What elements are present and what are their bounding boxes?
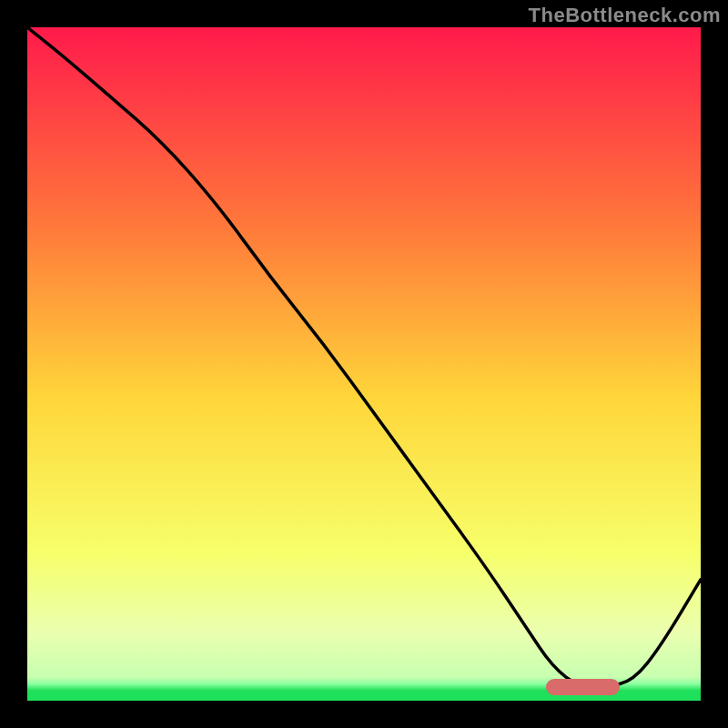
plot-area	[27, 27, 701, 701]
gradient-background	[27, 27, 701, 701]
optimal-range-marker	[546, 679, 620, 695]
chart-stage: TheBottleneck.com	[0, 0, 728, 728]
svg-rect-0	[27, 27, 701, 701]
attribution-label: TheBottleneck.com	[529, 4, 721, 27]
